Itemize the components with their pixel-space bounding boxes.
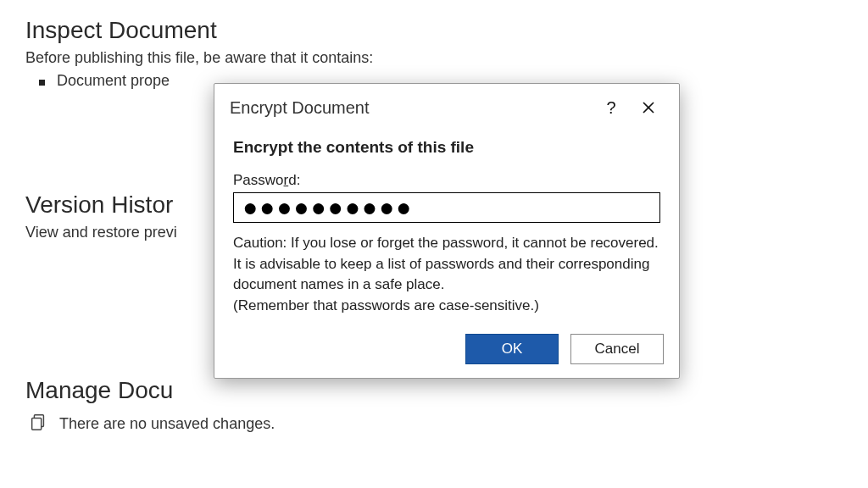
manage-document-heading: Manage Docu	[25, 377, 843, 404]
document-icon	[29, 413, 47, 435]
svg-rect-1	[32, 418, 42, 430]
password-label: Password:	[233, 172, 660, 189]
password-input[interactable]	[233, 192, 660, 223]
cancel-button[interactable]: Cancel	[570, 334, 664, 364]
inspect-document-section: Inspect Document Before publishing this …	[25, 17, 843, 90]
caution-case-sensitive-text: (Remember that passwords are case-sensit…	[233, 297, 539, 313]
password-label-prefix: Passwo	[233, 172, 284, 188]
dialog-title: Encrypt Document	[230, 98, 593, 118]
dialog-titlebar: Encrypt Document ?	[214, 84, 679, 123]
help-button[interactable]: ?	[593, 92, 630, 123]
caution-main-text: Caution: If you lose or forget the passw…	[233, 235, 659, 292]
inspect-subtext: Before publishing this file, be aware th…	[25, 49, 843, 67]
dialog-subtitle: Encrypt the contents of this file	[233, 138, 660, 157]
caution-text: Caution: If you lose or forget the passw…	[233, 233, 660, 317]
close-icon	[642, 101, 655, 114]
dialog-button-row: OK Cancel	[214, 329, 679, 378]
close-button[interactable]	[630, 92, 667, 123]
inspect-bullet-text: Document prope	[57, 72, 170, 90]
manage-status-text: There are no unsaved changes.	[59, 415, 275, 433]
ok-button[interactable]: OK	[465, 334, 559, 364]
square-bullet-icon	[39, 80, 45, 86]
inspect-heading: Inspect Document	[25, 17, 843, 44]
password-label-suffix: d:	[288, 172, 300, 188]
dialog-body: Encrypt the contents of this file Passwo…	[214, 123, 679, 329]
manage-status-row: There are no unsaved changes.	[25, 413, 843, 435]
encrypt-document-dialog: Encrypt Document ? Encrypt the contents …	[214, 83, 680, 379]
